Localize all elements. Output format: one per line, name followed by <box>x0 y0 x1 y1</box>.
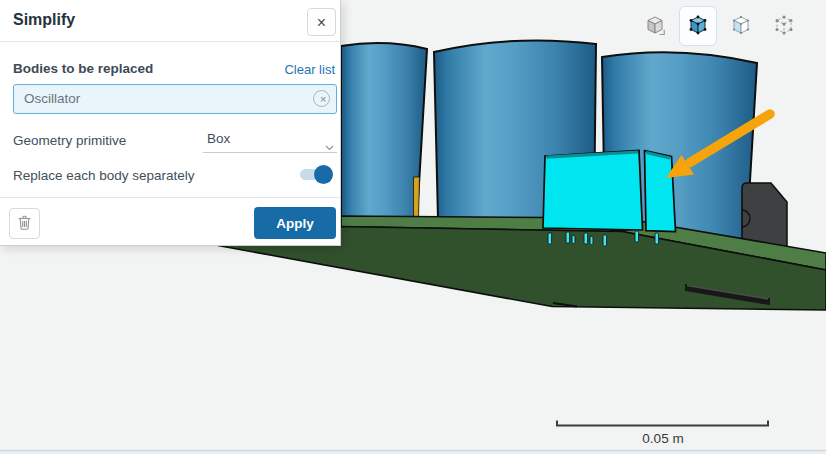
dialog-footer: Apply <box>0 197 340 245</box>
solid-cube-icon <box>644 14 666 39</box>
vertex-select-mode-button[interactable] <box>765 6 803 46</box>
chevron-down-icon <box>325 137 334 155</box>
delete-button[interactable] <box>9 208 40 239</box>
geometry-primitive-dropdown[interactable]: Box <box>203 128 337 153</box>
dialog-title: Simplify <box>13 11 75 29</box>
selected-body-name: Oscillator <box>24 91 80 106</box>
body-select-mode-button[interactable] <box>679 6 717 46</box>
viewport-bottom-strip <box>0 450 826 454</box>
geometry-primitive-value: Box <box>207 131 230 146</box>
face-select-mode-button[interactable] <box>722 6 760 46</box>
oscillator-front-face[interactable] <box>543 151 643 231</box>
component-lead-wire[interactable] <box>414 177 420 218</box>
dialog-header: Simplify × <box>0 0 340 42</box>
clear-selection-button[interactable]: × <box>313 90 330 107</box>
bodies-selection-field[interactable]: Oscillator × <box>13 84 337 114</box>
scale-bar-label: 0.05 m <box>642 431 683 446</box>
clear-selection-icon: × <box>320 93 326 105</box>
selection-mode-toolbar <box>636 6 803 46</box>
body-select-cube-icon <box>687 14 709 39</box>
close-icon: × <box>317 14 326 31</box>
replace-each-body-label: Replace each body separately <box>13 168 195 183</box>
replace-each-body-toggle[interactable] <box>300 165 333 184</box>
trash-icon <box>17 214 32 233</box>
face-select-cube-icon <box>730 14 752 39</box>
oscillator-highlight-box[interactable] <box>543 151 676 232</box>
clear-list-link[interactable]: Clear list <box>284 62 335 77</box>
vertex-select-cube-icon <box>773 14 795 39</box>
bodies-to-replace-label: Bodies to be replaced <box>13 61 153 76</box>
solid-display-mode-button[interactable] <box>636 6 674 46</box>
toggle-knob <box>314 165 333 184</box>
apply-button[interactable]: Apply <box>254 207 336 239</box>
oscillator-side-face[interactable] <box>645 151 676 232</box>
scale-bar: 0.05 m <box>557 421 768 447</box>
close-button[interactable]: × <box>307 8 336 36</box>
simplify-dialog: Simplify × Bodies to be replaced Clear l… <box>0 0 341 246</box>
geometry-primitive-label: Geometry primitive <box>13 133 126 148</box>
